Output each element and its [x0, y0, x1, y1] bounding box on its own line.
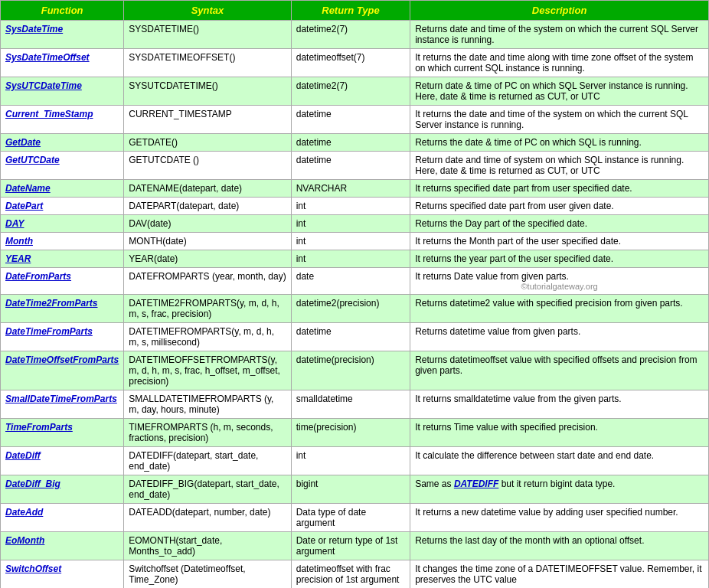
cell-function: DateDiff	[1, 447, 124, 475]
function-link[interactable]: SysDateTimeOffset	[5, 52, 90, 63]
table-row: DateFromPartsDATEFROMPARTS (year, month,…	[1, 268, 709, 295]
datediff-link[interactable]: DATEDIFF	[454, 479, 498, 489]
table-row: DatePartDATEPART(datepart, date)intRetur…	[1, 198, 709, 215]
header-syntax: Syntax	[124, 1, 291, 21]
cell-description: Returns date and time of the system on w…	[410, 21, 709, 49]
function-link[interactable]: SysDateTime	[5, 24, 63, 34]
cell-description: It returns specified date part from user…	[410, 180, 709, 198]
cell-return-type: datetime2(7)	[291, 21, 410, 49]
cell-syntax: DATEDIFF(datepart, start_date, end_date)	[124, 447, 291, 475]
function-link[interactable]: DateTimeFromParts	[5, 326, 93, 337]
cell-syntax: DATEFROMPARTS (year, month, day)	[124, 268, 291, 295]
cell-syntax: DATETIMEOFFSETFROMPARTS(y, m, d, h, m, s…	[124, 351, 291, 390]
function-link[interactable]: SwitchOffset	[5, 564, 61, 574]
table-row: SysDateTimeOffsetSYSDATETIMEOFFSET()date…	[1, 49, 709, 77]
cell-syntax: SMALLDATETIMEFROMPARTS (y, m, day, hours…	[124, 390, 291, 419]
cell-description: Returns the date & time of PC on which S…	[410, 134, 709, 152]
table-row: DateTimeOffsetFromPartsDATETIMEOFFSETFRO…	[1, 351, 709, 390]
cell-return-type: int	[291, 447, 410, 475]
function-link[interactable]: SysUTCDateTime	[5, 80, 82, 91]
cell-syntax: DATETIME2FROMPARTS(y, m, d, h, m, s, fra…	[124, 295, 291, 323]
cell-syntax: DATEDIFF_BIG(datepart, start_date, end_d…	[124, 475, 291, 504]
cell-return-type: datetime2(7)	[291, 77, 410, 106]
cell-function: SysDateTimeOffset	[1, 49, 124, 77]
cell-function: GetDate	[1, 134, 124, 152]
function-link[interactable]: DateDiff_Big	[5, 479, 60, 489]
function-link[interactable]: DAY	[5, 218, 24, 229]
cell-return-type: datetime	[291, 134, 410, 152]
cell-description: It returns the year part of the user spe…	[410, 250, 709, 268]
function-link[interactable]: Month	[5, 236, 33, 247]
cell-syntax: DATEADD(datepart, number, date)	[124, 504, 291, 532]
cell-function: DateDiff_Big	[1, 475, 124, 504]
cell-return-type: int	[291, 250, 410, 268]
cell-description: It returns the date and time of the syst…	[410, 106, 709, 134]
cell-function: DateTimeOffsetFromParts	[1, 351, 124, 390]
cell-description: Returns datetime value from given parts.	[410, 323, 709, 351]
cell-syntax: CURRENT_TIMESTAMP	[124, 106, 291, 134]
cell-function: TimeFromParts	[1, 419, 124, 447]
cell-function: SysUTCDateTime	[1, 77, 124, 106]
cell-function: SmallDateTimeFromParts	[1, 390, 124, 419]
function-link[interactable]: DatePart	[5, 201, 43, 211]
cell-function: DateFromParts	[1, 268, 124, 295]
cell-return-type: datetimeoffset with frac precision of 1s…	[291, 560, 410, 589]
cell-return-type: Date or return type of 1st argument	[291, 532, 410, 560]
function-link[interactable]: DateFromParts	[5, 271, 71, 282]
cell-return-type: NVARCHAR	[291, 180, 410, 198]
cell-function: SwitchOffset	[1, 560, 124, 589]
function-link[interactable]: SmallDateTimeFromParts	[5, 394, 117, 404]
cell-description: Return date and time of system on which …	[410, 152, 709, 180]
cell-description: Returns the Day part of the specified da…	[410, 215, 709, 233]
cell-syntax: GETUTCDATE ()	[124, 152, 291, 180]
cell-syntax: SYSUTCDATETIME()	[124, 77, 291, 106]
header-return-type: Return Type	[291, 1, 410, 21]
function-link[interactable]: DateAdd	[5, 507, 43, 518]
cell-function: SysDateTime	[1, 21, 124, 49]
cell-syntax: SYSDATETIME()	[124, 21, 291, 49]
cell-description: It calculate the difference between star…	[410, 447, 709, 475]
function-link[interactable]: DateTime2FromParts	[5, 298, 98, 309]
cell-return-type: int	[291, 233, 410, 250]
function-link[interactable]: DateName	[5, 183, 51, 194]
cell-return-type: Data type of date argument	[291, 504, 410, 532]
function-link[interactable]: Current_TimeStamp	[5, 109, 93, 119]
cell-description: It returns the Month part of the user sp…	[410, 233, 709, 250]
function-link[interactable]: YEAR	[5, 253, 31, 264]
function-link[interactable]: GetDate	[5, 137, 41, 148]
cell-function: YEAR	[1, 250, 124, 268]
header-description: Description	[410, 1, 709, 21]
cell-return-type: time(precision)	[291, 419, 410, 447]
cell-syntax: SYSDATETIMEOFFSET()	[124, 49, 291, 77]
function-link[interactable]: GetUTCDate	[5, 155, 60, 165]
table-row: YEARYEAR(date)intIt returns the year par…	[1, 250, 709, 268]
table-row: Current_TimeStampCURRENT_TIMESTAMPdateti…	[1, 106, 709, 134]
cell-syntax: MONTH(date)	[124, 233, 291, 250]
cell-function: DateName	[1, 180, 124, 198]
cell-return-type: datetime	[291, 152, 410, 180]
function-link[interactable]: EoMonth	[5, 535, 44, 546]
cell-syntax: DATENAME(datepart, date)	[124, 180, 291, 198]
cell-syntax: GETDATE()	[124, 134, 291, 152]
table-row: DateTimeFromPartsDATETIMEFROMPARTS(y, m,…	[1, 323, 709, 351]
table-row: DateDiff_BigDATEDIFF_BIG(datepart, start…	[1, 475, 709, 504]
table-row: EoMonthEOMONTH(start_date, Months_to_add…	[1, 532, 709, 560]
cell-syntax: TIMEFROMPARTS (h, m, seconds, fractions,…	[124, 419, 291, 447]
cell-description: Returns the last day of the month with a…	[410, 532, 709, 560]
cell-description: Returns specified date part from user gi…	[410, 198, 709, 215]
cell-function: DatePart	[1, 198, 124, 215]
cell-description: Same as DATEDIFF but it return bigint da…	[410, 475, 709, 504]
function-link[interactable]: DateTimeOffsetFromParts	[5, 354, 119, 365]
cell-return-type: datetime	[291, 323, 410, 351]
cell-return-type: bigint	[291, 475, 410, 504]
cell-syntax: DATETIMEFROMPARTS(y, m, d, h, m, s, mill…	[124, 323, 291, 351]
function-link[interactable]: TimeFromParts	[5, 422, 73, 433]
table-row: DateAddDATEADD(datepart, number, date)Da…	[1, 504, 709, 532]
cell-syntax: YEAR(date)	[124, 250, 291, 268]
table-row: SysDateTimeSYSDATETIME()datetime2(7)Retu…	[1, 21, 709, 49]
table-row: MonthMONTH(date)intIt returns the Month …	[1, 233, 709, 250]
cell-return-type: datetimeoffset(7)	[291, 49, 410, 77]
cell-function: GetUTCDate	[1, 152, 124, 180]
function-link[interactable]: DateDiff	[5, 450, 41, 461]
table-row: DateTime2FromPartsDATETIME2FROMPARTS(y, …	[1, 295, 709, 323]
